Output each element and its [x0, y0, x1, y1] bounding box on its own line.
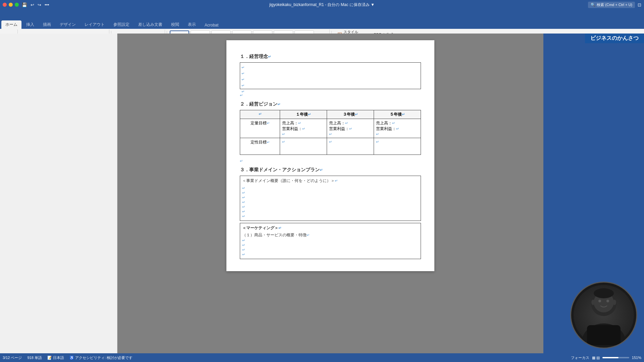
title-bar: 💾 ↩ ↪ ••• jigyokeikaku_bizkanformat_R1 -…: [0, 0, 644, 9]
svg-point-15: [613, 300, 616, 305]
language-indicator: 📝 日本語: [47, 355, 64, 360]
search-box[interactable]: 🔍 検索 (Cmd + Ctrl + U): [588, 2, 635, 8]
accessibility-status: ♿ アクセシビリティ: 検討が必要です: [69, 355, 132, 360]
svg-point-14: [591, 300, 595, 305]
spell-check-icon: 📝: [47, 356, 52, 360]
document-area[interactable]: １．経営理念↵ ↵ ↵ ↵ ↵ ↵ ↵ ２．経営ビジョン↵ ↵ １年後↵ ３年後…: [117, 34, 543, 353]
sidebar: [0, 34, 117, 353]
webcam-person: [574, 285, 634, 345]
table-header-1: １年後↵: [280, 110, 327, 119]
table-header-2: ３年後↵: [327, 110, 374, 119]
page-count: 3/12 ページ: [3, 355, 22, 360]
tab-references[interactable]: 参照設定: [109, 20, 133, 29]
view-icons: ▦ ▤: [592, 356, 600, 360]
section3-title: ３．事業ドメイン・アクションプラン↵: [240, 167, 421, 173]
tab-review[interactable]: 校閲: [167, 20, 183, 29]
table-cell-2-3[interactable]: ↵: [374, 138, 421, 155]
status-bar: 3/12 ページ 918 単語 📝 日本語 ♿ アクセシビリティ: 検討が必要で…: [0, 353, 644, 362]
business-domain-box[interactable]: ＜事業ドメイン概要（誰に・何を・どのように）＞↵ ↵ ↵ ↵ ↵ ↵ ↵ ↵: [240, 176, 421, 221]
focus-label[interactable]: フォーカス: [571, 355, 589, 360]
tab-insert[interactable]: 挿入: [22, 20, 38, 29]
webcam-overlay: [570, 282, 637, 349]
table-cell-1-3[interactable]: 売上高：↵ 営業利益：↵ ↵: [374, 119, 421, 138]
tab-draw[interactable]: 描画: [39, 20, 55, 29]
marketing-box[interactable]: ＜マーケティング＞↵ （１）商品・サービスの概要・特徴↵ ↵ ↵ ↵ ↵: [240, 223, 421, 259]
tab-home[interactable]: ホーム: [1, 20, 21, 29]
app-window: ホーム 挿入 描画 デザイン レイアウト 参照設定 差し込み文書 校閲 表示 A…: [0, 9, 644, 362]
undo-icon[interactable]: ↩: [30, 2, 35, 8]
zoom-bar[interactable]: [602, 357, 629, 358]
close-btn[interactable]: [3, 3, 7, 7]
svg-point-12: [598, 300, 601, 302]
zoom-level: 151%: [632, 356, 641, 360]
table-cell-2-2[interactable]: ↵: [327, 138, 374, 155]
vision-table: ↵ １年後↵ ３年後↵ ５年後↵ 定量目標↵ 売上高：↵ 営業利益：↵ ↵: [240, 110, 421, 155]
quick-access-toolbar: 💾 ↩ ↪ •••: [21, 2, 50, 8]
table-header-0: ↵: [240, 110, 280, 119]
more-icon[interactable]: •••: [44, 2, 50, 8]
table-cell-label-1: 定量目標↵: [240, 119, 280, 138]
autosave-icon[interactable]: 💾: [21, 2, 28, 8]
main-area: １．経営理念↵ ↵ ↵ ↵ ↵ ↵ ↵ ２．経営ビジョン↵ ↵ １年後↵ ３年後…: [0, 34, 644, 353]
table-header-3: ５年後↵: [374, 110, 421, 119]
zoom-fill: [602, 357, 619, 358]
section1-title: １．経営理念↵: [240, 54, 421, 60]
table-cell-2-1[interactable]: ↵: [280, 138, 327, 155]
window-controls[interactable]: ⊡: [638, 2, 641, 7]
tab-view[interactable]: 表示: [184, 20, 200, 29]
status-right: フォーカス ▦ ▤ 151%: [571, 355, 641, 360]
svg-rect-17: [587, 325, 621, 345]
search-icon: 🔍: [591, 3, 595, 7]
tab-mailings[interactable]: 差し込み文書: [134, 20, 166, 29]
document-title: jigyokeikaku_bizkanformat_R1 - 自分の Mac に…: [269, 2, 375, 8]
redo-icon[interactable]: ↪: [37, 2, 42, 8]
document-page: １．経営理念↵ ↵ ↵ ↵ ↵ ↵ ↵ ２．経営ビジョン↵ ↵ １年後↵ ３年後…: [226, 40, 434, 271]
section1-textbox[interactable]: ↵ ↵ ↵ ↵ ↵: [240, 62, 421, 89]
svg-point-13: [606, 300, 609, 302]
svg-point-16: [594, 288, 614, 298]
accessibility-icon: ♿: [69, 356, 74, 360]
tab-acrobat[interactable]: Acrobat: [201, 21, 222, 29]
section2-title: ２．経営ビジョン↵: [240, 101, 421, 107]
corner-brand: ビジネスのかんさつ: [585, 34, 644, 43]
tab-layout[interactable]: レイアウト: [80, 20, 109, 29]
title-bar-controls: 💾 ↩ ↪ •••: [3, 2, 50, 8]
table-cell-1-2[interactable]: 売上高：↵ 営業利益：↵ ↵: [327, 119, 374, 138]
tab-design[interactable]: デザイン: [56, 20, 80, 29]
maximize-btn[interactable]: [15, 3, 19, 7]
minimize-btn[interactable]: [9, 3, 13, 7]
table-cell-1-1[interactable]: 売上高：↵ 営業利益：↵ ↵: [280, 119, 327, 138]
table-row-qualitative: 定性目標↵ ↵ ↵ ↵: [240, 138, 421, 155]
word-count: 918 単語: [27, 355, 42, 360]
table-cell-label-2: 定性目標↵: [240, 138, 280, 155]
ribbon-tabs: ホーム 挿入 描画 デザイン レイアウト 参照設定 差し込み文書 校閲 表示 A…: [0, 19, 644, 29]
title-bar-right: 🔍 検索 (Cmd + Ctrl + U) ⊡: [588, 2, 641, 8]
table-row-quantitative: 定量目標↵ 売上高：↵ 営業利益：↵ ↵ 売上高：↵ 営業利益：↵ ↵ 売: [240, 119, 421, 138]
